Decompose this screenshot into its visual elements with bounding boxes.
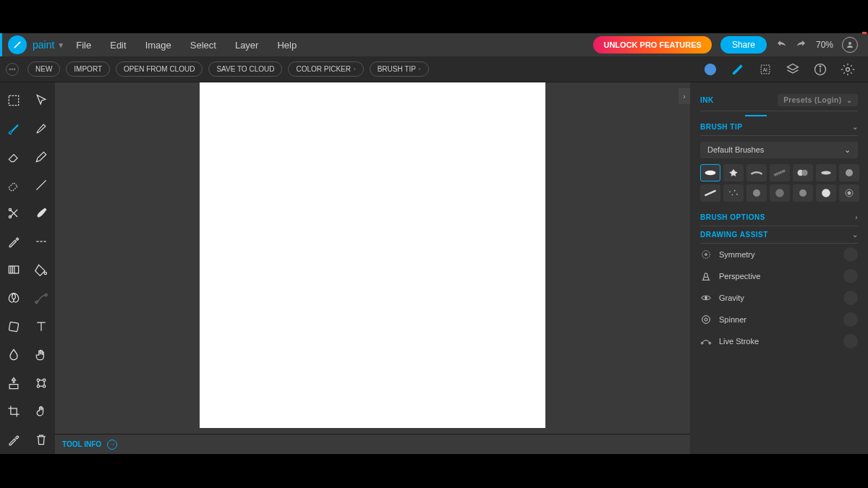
- layers-panel-icon[interactable]: [786, 62, 800, 77]
- drawing-assist-header[interactable]: DRAWING ASSIST⌄: [700, 226, 858, 244]
- unlock-pro-button[interactable]: UNLOCK PRO FEATURES: [593, 36, 711, 53]
- eyedropper-tool[interactable]: [0, 228, 27, 255]
- brush-preset-10[interactable]: [746, 184, 767, 202]
- tool-info-bar[interactable]: TOOL INFO →: [55, 434, 690, 454]
- ink-section-header[interactable]: INK Presets (Login)⌄: [700, 90, 858, 111]
- svg-point-50: [705, 318, 707, 321]
- trash-tool[interactable]: [27, 426, 55, 453]
- toggle[interactable]: [843, 269, 858, 283]
- color-swatch-icon[interactable]: [703, 62, 718, 77]
- new-button[interactable]: NEW: [27, 61, 60, 77]
- assist-livestroke[interactable]: Live Stroke: [700, 330, 858, 352]
- fill-tool[interactable]: [27, 256, 55, 283]
- toggle[interactable]: [843, 312, 858, 327]
- brush-preset-6[interactable]: [816, 164, 836, 181]
- presets-dropdown[interactable]: Presets (Login)⌄: [778, 94, 858, 106]
- brush-preset-3[interactable]: [746, 164, 767, 181]
- brush-preset-12[interactable]: [793, 184, 813, 202]
- svg-point-6: [820, 66, 821, 67]
- brush-panel-icon[interactable]: [731, 62, 745, 77]
- eraser-tool[interactable]: [0, 143, 27, 171]
- smudge-tool[interactable]: [0, 171, 27, 199]
- toggle[interactable]: [843, 291, 858, 305]
- brush-preset-8[interactable]: [700, 184, 720, 202]
- app-logo[interactable]: [8, 35, 27, 54]
- svg-rect-8: [9, 95, 18, 105]
- brush-options-header[interactable]: BRUSH OPTIONS›: [700, 209, 858, 226]
- svg-point-41: [799, 189, 807, 197]
- color-dropper-tool[interactable]: [0, 426, 27, 453]
- svg-point-45: [702, 251, 710, 259]
- assist-gravity[interactable]: Gravity: [700, 287, 858, 309]
- svg-point-46: [705, 254, 707, 256]
- text-tool[interactable]: [27, 313, 55, 341]
- liquify-tool[interactable]: [0, 313, 27, 341]
- assist-perspective[interactable]: Perspective: [700, 265, 858, 287]
- undo-icon[interactable]: [775, 38, 788, 51]
- brush-preset-14[interactable]: [839, 184, 859, 202]
- zoom-level[interactable]: 70%: [816, 40, 833, 50]
- canvas[interactable]: [200, 82, 545, 428]
- svg-point-1: [705, 64, 716, 74]
- menu-image[interactable]: Image: [145, 40, 171, 51]
- action-bar: ••• NEW IMPORT OPEN FROM CLOUD SAVE TO C…: [0, 56, 868, 82]
- marquee-tool[interactable]: [0, 87, 27, 114]
- menu-edit[interactable]: Edit: [110, 40, 126, 51]
- move-tool[interactable]: [27, 87, 55, 114]
- svg-point-44: [848, 192, 851, 195]
- more-options-icon[interactable]: •••: [6, 63, 19, 76]
- brush-preset-9[interactable]: [723, 184, 744, 202]
- heal-tool[interactable]: [27, 369, 55, 397]
- brush-tip-section-header[interactable]: BRUSH TIP⌄: [700, 119, 858, 136]
- redo-icon[interactable]: [794, 38, 807, 51]
- svg-rect-21: [9, 322, 19, 332]
- dash-tool[interactable]: [27, 228, 55, 255]
- brush-preset-13[interactable]: [816, 184, 836, 202]
- brush-preset-2[interactable]: [723, 164, 744, 181]
- crop-tool[interactable]: [0, 398, 27, 425]
- open-cloud-button[interactable]: OPEN FROM CLOUD: [116, 61, 203, 77]
- brush-tool[interactable]: [0, 115, 27, 142]
- menu-select[interactable]: Select: [190, 40, 216, 51]
- pen-tool[interactable]: [27, 115, 55, 142]
- import-button[interactable]: IMPORT: [66, 61, 110, 77]
- color-picker-button[interactable]: COLOR PICKER›: [288, 61, 363, 77]
- collapse-panel-icon[interactable]: ›: [678, 88, 690, 104]
- cut-tool[interactable]: [0, 200, 27, 227]
- hand-tool[interactable]: [27, 341, 55, 369]
- app-name[interactable]: paint: [33, 39, 54, 51]
- save-cloud-button[interactable]: SAVE TO CLOUD: [208, 61, 282, 77]
- brush-preset-4[interactable]: [770, 164, 790, 181]
- pencil-tool[interactable]: [27, 143, 55, 171]
- brush-preset-11[interactable]: [770, 184, 790, 202]
- share-button[interactable]: Share: [720, 36, 767, 53]
- gradient-tool[interactable]: [0, 256, 27, 283]
- blend-tool[interactable]: [27, 200, 55, 227]
- brush-preset-1[interactable]: [700, 164, 720, 181]
- brush-preset-5[interactable]: [793, 164, 813, 181]
- menu-file[interactable]: File: [76, 40, 91, 51]
- vector-tool[interactable]: [27, 285, 55, 312]
- menu-layer[interactable]: Layer: [235, 40, 259, 51]
- app-dropdown-icon[interactable]: ▼: [57, 41, 64, 49]
- line-tool[interactable]: [27, 171, 55, 199]
- shape-tool[interactable]: [0, 285, 27, 312]
- settings-icon[interactable]: [841, 62, 855, 77]
- toggle[interactable]: [843, 247, 858, 262]
- assist-spinner[interactable]: Spinner: [700, 309, 858, 330]
- assist-symmetry[interactable]: Symmetry: [700, 244, 858, 265]
- clone-tool[interactable]: [0, 369, 27, 397]
- menu-help[interactable]: Help: [277, 40, 297, 51]
- info-icon[interactable]: [813, 62, 827, 77]
- svg-point-35: [729, 192, 731, 193]
- pan-tool[interactable]: [27, 398, 55, 425]
- brush-tip-button[interactable]: BRUSH TIP›: [370, 61, 429, 77]
- svg-point-38: [736, 194, 738, 195]
- profile-icon[interactable]: [842, 37, 858, 53]
- brush-preset-7[interactable]: [839, 164, 859, 181]
- brush-set-select[interactable]: Default Brushes⌄: [700, 142, 858, 158]
- svg-point-36: [734, 190, 736, 192]
- toggle[interactable]: [843, 334, 858, 348]
- ai-panel-icon[interactable]: AI: [758, 62, 773, 77]
- blur-tool[interactable]: [0, 341, 27, 369]
